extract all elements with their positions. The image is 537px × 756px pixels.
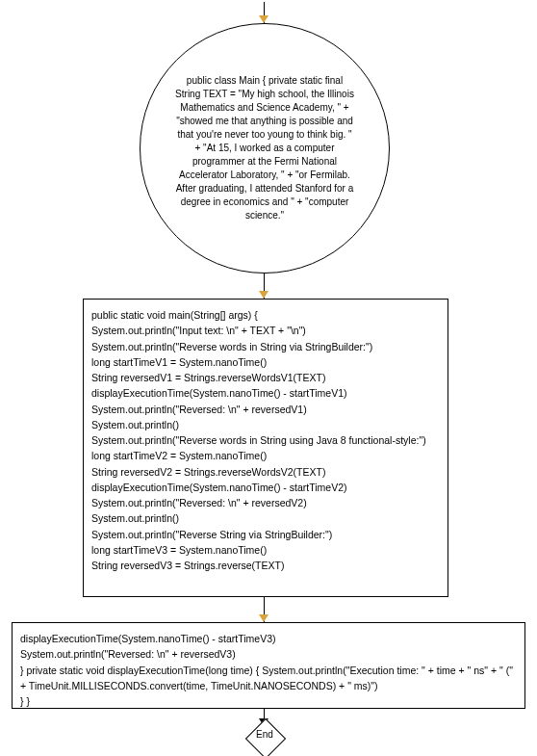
code-line: displayExecutionTime(System.nanoTime() -…: [91, 480, 440, 495]
arrow-head-icon: [259, 15, 268, 23]
code-line: System.out.println("Reversed: \n" + reve…: [91, 402, 440, 417]
process-node-2: displayExecutionTime(System.nanoTime() -…: [12, 622, 525, 709]
end-node-label: End: [236, 729, 294, 740]
code-line: System.out.println("Reverse words in Str…: [91, 432, 440, 448]
code-line: displayExecutionTime(System.nanoTime() -…: [20, 631, 517, 646]
code-line: String reversedV3 = Strings.reverse(TEXT…: [91, 558, 440, 573]
flowchart-container: public class Main { private static final…: [0, 0, 537, 756]
code-line: System.out.println("Reversed: \n" + reve…: [91, 495, 440, 510]
code-line: long startTimeV2 = System.nanoTime(): [91, 448, 440, 463]
code-line: System.out.println("Reversed: \n" + reve…: [20, 646, 517, 662]
code-line: System.out.println("Reverse String via S…: [91, 527, 440, 542]
code-line: public static void main(String[] args) {: [91, 307, 440, 323]
start-node-circle: public class Main { private static final…: [140, 23, 390, 274]
code-line: long startTimeV3 = System.nanoTime(): [91, 542, 440, 558]
code-line: System.out.println("Input text: \n" + TE…: [91, 323, 440, 338]
code-line: String reversedV2 = Strings.reverseWords…: [91, 464, 440, 480]
code-line: System.out.println(): [91, 417, 440, 432]
start-node-text: public class Main { private static final…: [174, 74, 355, 222]
code-line: System.out.println("Reverse words in Str…: [91, 339, 440, 354]
code-line: System.out.println(): [91, 510, 440, 526]
code-line: long startTimeV1 = System.nanoTime(): [91, 354, 440, 370]
code-line: } private static void displayExecutionTi…: [20, 663, 517, 694]
process-node-1: public static void main(String[] args) {…: [83, 299, 448, 597]
code-line: String reversedV1 = Strings.reverseWords…: [91, 370, 440, 385]
arrow-head-icon: [259, 614, 268, 622]
arrow-head-icon: [259, 291, 268, 299]
code-line: } }: [20, 693, 517, 709]
code-line: displayExecutionTime(System.nanoTime() -…: [91, 385, 440, 401]
